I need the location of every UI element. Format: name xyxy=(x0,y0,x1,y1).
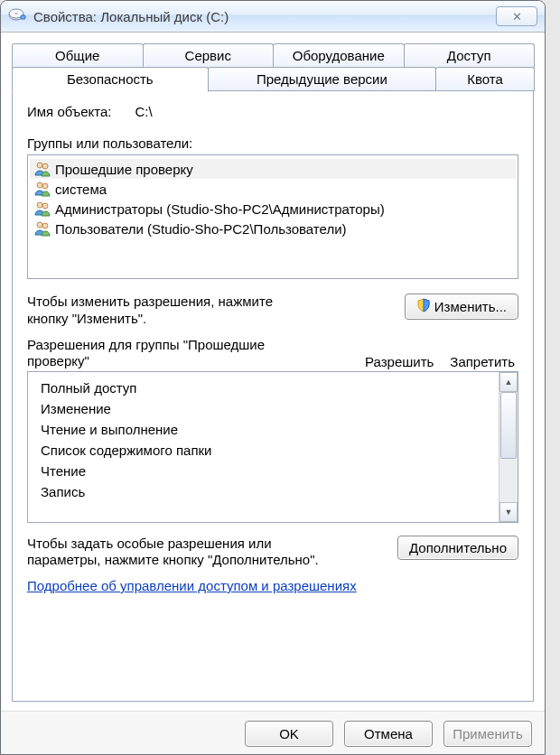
chevron-down-icon: ▼ xyxy=(505,508,513,517)
window-title: Свойства: Локальный диск (C:) xyxy=(33,9,229,24)
edit-hint: Чтобы изменить разрешения, нажмите кнопк… xyxy=(27,294,298,328)
tab-previous-versions[interactable]: Предыдущие версии xyxy=(208,67,437,91)
users-icon xyxy=(33,220,51,237)
permissions-header-label: Разрешения для группы "Прошедшие проверк… xyxy=(27,337,298,369)
svg-point-11 xyxy=(42,223,48,228)
svg-point-9 xyxy=(42,203,48,209)
close-button[interactable]: ✕ xyxy=(496,6,537,26)
perm-list-folder: Список содержимого папки xyxy=(41,440,495,461)
perm-read: Чтение xyxy=(41,461,495,481)
tab-page-security: Имя объекта: C:\ Группы или пользователи… xyxy=(12,90,534,702)
tab-general[interactable]: Общие xyxy=(12,43,144,68)
cancel-button[interactable]: Отмена xyxy=(344,721,433,747)
svg-point-4 xyxy=(37,163,42,168)
scroll-track[interactable] xyxy=(499,392,518,502)
close-icon: ✕ xyxy=(512,10,522,23)
tab-quota[interactable]: Квота xyxy=(435,67,535,91)
users-icon xyxy=(33,181,51,197)
perm-full-control: Полный доступ xyxy=(41,378,495,398)
svg-point-10 xyxy=(37,222,42,228)
svg-point-5 xyxy=(42,163,48,169)
group-item-system[interactable]: система xyxy=(30,179,516,199)
group-item-authenticated-users[interactable]: Прошедшие проверку xyxy=(30,159,516,179)
titlebar: Свойства: Локальный диск (C:) ✕ xyxy=(1,1,545,33)
advanced-hint: Чтобы задать особые разрешения или парам… xyxy=(27,536,325,570)
col-allow: Разрешить xyxy=(365,354,434,369)
tab-tools[interactable]: Сервис xyxy=(143,43,275,68)
groups-label: Группы или пользователи: xyxy=(27,135,518,151)
tab-hardware[interactable]: Оборудование xyxy=(273,43,405,68)
edit-button[interactable]: Изменить... xyxy=(405,294,518,320)
svg-rect-3 xyxy=(21,15,25,19)
ok-button[interactable]: OK xyxy=(245,721,333,747)
learn-more-link[interactable]: Подробнее об управлении доступом и разре… xyxy=(27,578,518,593)
group-item-label: Администраторы (Studio-Sho-PC2\Администр… xyxy=(55,201,385,217)
tab-security[interactable]: Безопасность xyxy=(12,67,209,92)
scrollbar[interactable]: ▲ ▼ xyxy=(499,372,518,522)
permissions-listbox[interactable]: Полный доступ Изменение Чтение и выполне… xyxy=(27,371,518,523)
scroll-up-button[interactable]: ▲ xyxy=(499,372,518,392)
group-item-label: система xyxy=(55,182,107,197)
advanced-button[interactable]: Дополнительно xyxy=(397,536,518,560)
group-item-users[interactable]: Пользователи (Studio-Sho-PC2\Пользовател… xyxy=(30,219,516,238)
apply-button[interactable]: Применить xyxy=(443,721,532,747)
client-area: Общие Сервис Оборудование Доступ Безопас… xyxy=(1,33,545,711)
chevron-up-icon: ▲ xyxy=(505,378,513,387)
groups-listbox[interactable]: Прошедшие проверку система xyxy=(27,154,518,279)
group-item-label: Пользователи (Studio-Sho-PC2\Пользовател… xyxy=(55,221,347,237)
tab-sharing[interactable]: Доступ xyxy=(404,43,536,68)
object-name-label: Имя объекта: xyxy=(27,104,111,119)
col-deny: Запретить xyxy=(450,354,515,369)
svg-point-7 xyxy=(42,183,48,189)
users-icon xyxy=(33,161,51,177)
perm-modify: Изменение xyxy=(41,398,495,419)
users-icon xyxy=(33,200,51,217)
scroll-down-button[interactable]: ▼ xyxy=(499,502,518,522)
svg-point-2 xyxy=(14,12,18,14)
group-item-administrators[interactable]: Администраторы (Studio-Sho-PC2\Администр… xyxy=(30,199,516,219)
perm-read-execute: Чтение и выполнение xyxy=(41,419,495,440)
group-item-label: Прошедшие проверку xyxy=(55,162,193,177)
scroll-thumb[interactable] xyxy=(500,392,517,459)
svg-point-8 xyxy=(37,202,42,208)
drive-icon xyxy=(8,8,26,25)
svg-point-6 xyxy=(37,182,42,188)
object-name-value: C:\ xyxy=(135,104,152,119)
tabstrip: Общие Сервис Оборудование Доступ Безопас… xyxy=(12,43,534,91)
properties-dialog: Свойства: Локальный диск (C:) ✕ Общие Се… xyxy=(0,0,546,755)
perm-write: Запись xyxy=(41,481,495,502)
dialog-button-row: OK Отмена Применить xyxy=(1,711,545,754)
shield-icon xyxy=(416,298,431,315)
